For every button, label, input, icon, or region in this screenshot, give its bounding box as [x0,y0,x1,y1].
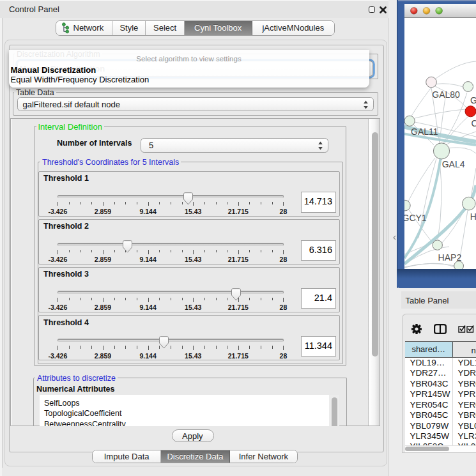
svg-text:GAL11: GAL11 [411,127,438,137]
svg-text:C: C [472,118,476,128]
svg-text:GCY1: GCY1 [404,213,427,223]
svg-text:H: H [470,211,476,222]
svg-text:GAL4: GAL4 [442,159,465,169]
svg-text:GAL80: GAL80 [432,89,460,100]
svg-text:HAP2: HAP2 [438,252,462,263]
svg-text:G.: G. [470,95,476,105]
